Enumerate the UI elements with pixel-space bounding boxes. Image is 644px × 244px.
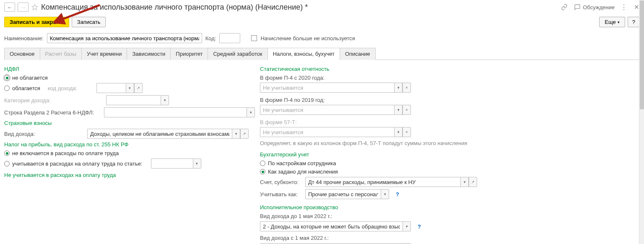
tab-desc[interactable]: Описание xyxy=(340,48,376,60)
acct-account-open-icon[interactable]: ↗ xyxy=(469,177,477,187)
count-as-input[interactable] xyxy=(305,189,381,199)
help-button[interactable]: ? xyxy=(628,17,640,27)
not-used-label: Начисление больше не используется xyxy=(260,35,355,42)
save-close-button[interactable]: Записать и закрыть xyxy=(4,17,69,27)
tab-base-calc[interactable]: Расчет базы xyxy=(40,48,82,60)
acct-r2-radio[interactable] xyxy=(260,169,265,174)
income-code-input[interactable] xyxy=(96,83,126,93)
tabs-bar: Основное Расчет базы Учет времени Зависи… xyxy=(4,47,640,60)
exec-before-label: Вид дохода до 1 мая 2022 г.: xyxy=(260,213,503,219)
p4-2020-input[interactable] xyxy=(260,83,394,93)
tab-time[interactable]: Учет времени xyxy=(81,48,127,60)
scroll-thumb[interactable] xyxy=(640,0,644,109)
profit-no-label: не включается в расходы по оплате труда xyxy=(12,150,119,156)
exec-before-input[interactable] xyxy=(260,221,402,231)
count-as-dropdown-icon[interactable]: ▾ xyxy=(381,189,389,199)
p57-clear-icon[interactable]: × xyxy=(402,127,411,137)
link-icon[interactable] xyxy=(561,3,568,11)
tab-avg[interactable]: Средний заработок xyxy=(208,48,267,60)
income-code-label: код дохода: xyxy=(48,85,94,91)
acct-section-title: Бухгалтерский учет xyxy=(260,151,503,158)
exec-before-help-icon[interactable]: ? xyxy=(418,223,421,230)
more-button[interactable]: Еще▾ xyxy=(599,17,625,27)
ndfl-yes-label: облагается xyxy=(12,85,40,91)
row6-label: Строка Раздела 2 Расчета 6-НДФЛ: xyxy=(4,109,101,116)
profit-no-radio[interactable] xyxy=(4,151,10,156)
tab-priority[interactable]: Приоритет xyxy=(170,48,208,60)
ndfl-no-radio[interactable] xyxy=(4,75,10,80)
code-input[interactable] xyxy=(219,33,240,43)
tab-deps[interactable]: Зависимости xyxy=(127,48,171,60)
discuss-button[interactable]: Обсуждение xyxy=(574,4,615,10)
count-as-help-icon[interactable]: ? xyxy=(396,191,399,197)
income-type-open-icon[interactable]: ↗ xyxy=(240,129,249,139)
row6-input[interactable] xyxy=(104,107,247,117)
p4-2020-label: В форме П-4 с 2020 года: xyxy=(260,75,503,81)
row6-dropdown-icon[interactable]: ▾ xyxy=(247,107,255,117)
income-cat-input[interactable] xyxy=(106,95,161,105)
p4-2020-clear-icon[interactable]: × xyxy=(402,83,411,93)
profit-yes-label: учитывается в расходах на оплату труда п… xyxy=(12,161,143,167)
p57-dropdown-icon[interactable]: ▾ xyxy=(394,127,402,137)
tab-taxes[interactable]: Налоги, взносы, бухучет xyxy=(267,48,340,60)
menu-kebab-icon[interactable]: ⋮ xyxy=(621,3,627,11)
code-label: Код: xyxy=(205,35,216,42)
not-used-checkbox[interactable] xyxy=(251,35,257,41)
exec-after-label: Вид дохода с 1 мая 2022 г.: xyxy=(260,235,503,241)
profit-section-title: Налог на прибыль, вид расхода по ст. 255… xyxy=(4,141,247,148)
p57-label: В форме 57-Т: xyxy=(260,119,503,125)
income-type-input[interactable] xyxy=(87,129,232,139)
income-type-dropdown-icon[interactable]: ▾ xyxy=(232,129,240,139)
acct-account-input[interactable] xyxy=(305,177,460,187)
ndfl-section-title: НДФЛ xyxy=(4,66,247,72)
page-title: Компенсация за использование личного тра… xyxy=(41,3,308,12)
discuss-label: Обсуждение xyxy=(583,4,615,10)
acct-r1-radio[interactable] xyxy=(260,161,265,166)
vertical-scrollbar[interactable] xyxy=(639,0,644,244)
ndfl-no-label: не облагается xyxy=(12,75,48,81)
income-cat-label: Категория дохода: xyxy=(4,97,59,104)
nav-fwd-button[interactable]: → xyxy=(18,3,29,12)
p4-2019-input[interactable] xyxy=(260,105,394,115)
contrib-section-title: Страховые взносы xyxy=(4,120,247,126)
profit-note-link[interactable]: Не учитывается в расходах на оплату труд… xyxy=(4,172,247,178)
profit-article-dropdown-icon[interactable]: ▾ xyxy=(193,158,201,169)
p57-input[interactable] xyxy=(260,127,394,137)
acct-account-dropdown-icon[interactable]: ▾ xyxy=(460,177,469,187)
income-code-open-icon[interactable]: ↗ xyxy=(134,83,143,93)
acct-r1-label: По настройкам сотрудника xyxy=(268,160,336,166)
p4-2020-dropdown-icon[interactable]: ▾ xyxy=(394,83,402,93)
profit-yes-radio[interactable] xyxy=(4,161,10,166)
exec-before-dropdown-icon[interactable]: ▾ xyxy=(402,221,411,231)
stat-hint-text: Определяет, в какую из колонок форм П-4,… xyxy=(260,140,470,147)
income-code-dropdown-icon[interactable]: ▾ xyxy=(126,83,134,93)
ndfl-yes-radio[interactable] xyxy=(4,86,10,91)
income-type-label: Вид дохода: xyxy=(4,131,42,137)
stat-section-title: Статистическая отчетность xyxy=(260,66,503,72)
nav-back-button[interactable]: ← xyxy=(4,3,15,12)
tab-main[interactable]: Основное xyxy=(4,48,40,60)
profit-article-input[interactable] xyxy=(151,158,193,169)
count-as-label: Учитывать как: xyxy=(260,191,302,197)
favorite-star-icon[interactable] xyxy=(31,3,39,11)
name-input[interactable] xyxy=(47,33,202,43)
income-cat-dropdown-icon[interactable]: ▾ xyxy=(161,95,169,105)
svg-marker-0 xyxy=(32,4,37,10)
exec-section-title: Исполнительное производство xyxy=(260,204,503,210)
p4-2019-dropdown-icon[interactable]: ▾ xyxy=(394,105,402,115)
name-label: Наименование: xyxy=(4,35,44,42)
p4-2019-label: В форме П-4 по 2019 год: xyxy=(260,97,503,103)
acct-account-label: Счет, субконто: xyxy=(260,179,302,185)
acct-r2-label: Как задано для начисления xyxy=(268,169,338,175)
p4-2019-clear-icon[interactable]: × xyxy=(402,105,411,115)
save-button[interactable]: Записать xyxy=(72,17,106,27)
